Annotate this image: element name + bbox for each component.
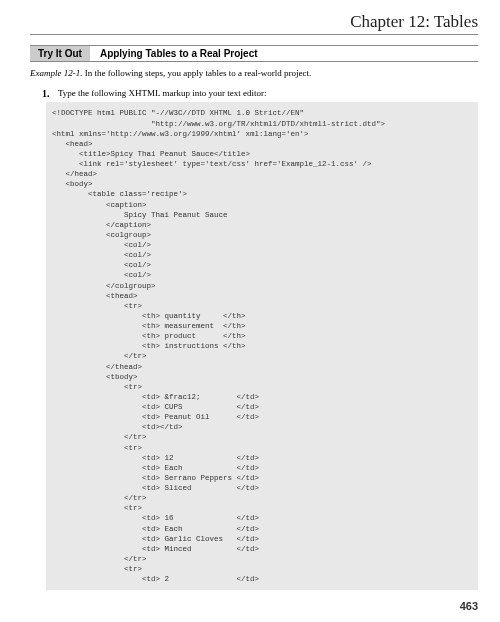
- step-number: 1.: [42, 88, 58, 99]
- code-block: <!DOCTYPE html PUBLIC "-//W3C//DTD XHTML…: [46, 102, 478, 590]
- step-1: 1. Type the following XHTML markup into …: [42, 88, 478, 100]
- example-text: In the following steps, you apply tables…: [82, 68, 311, 78]
- tryitout-bar: Try It Out Applying Tables to a Real Pro…: [30, 45, 478, 62]
- example-line: Example 12-1. In the following steps, yo…: [30, 68, 478, 80]
- tryitout-badge: Try It Out: [30, 46, 90, 61]
- tryitout-title: Applying Tables to a Real Project: [90, 46, 268, 61]
- example-label: Example 12-1.: [30, 68, 82, 78]
- chapter-title: Chapter 12: Tables: [30, 12, 478, 35]
- page-number: 463: [30, 600, 478, 612]
- step-instruction: Type the following XHTML markup into you…: [58, 88, 267, 100]
